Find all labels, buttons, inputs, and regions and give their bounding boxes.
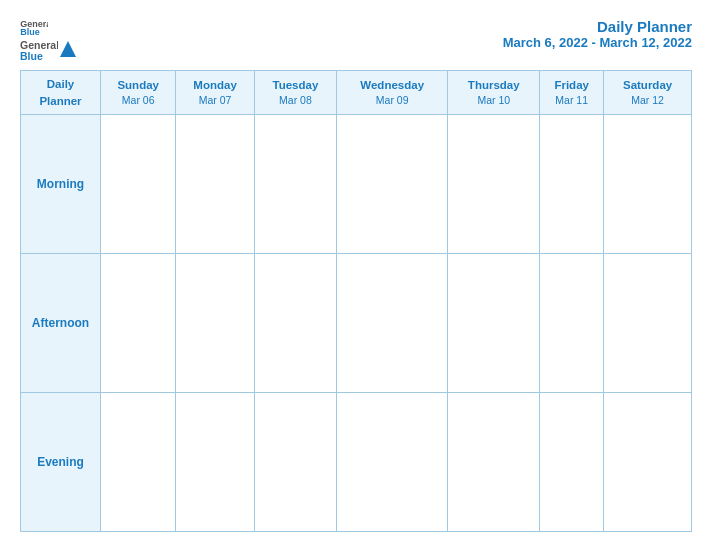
svg-text:Blue: Blue [20, 50, 43, 60]
cell-evening-sunday[interactable] [101, 393, 176, 532]
cell-morning-tuesday[interactable] [254, 115, 336, 254]
table-header-row: Daily Planner Sunday Mar 06 Monday Mar 0… [21, 71, 692, 115]
col-header-tuesday: Tuesday Mar 08 [254, 71, 336, 115]
col-header-friday: Friday Mar 11 [540, 71, 604, 115]
logo-icon: General Blue [20, 18, 48, 36]
row-label-morning: Morning [21, 115, 101, 254]
col-header-sunday: Sunday Mar 06 [101, 71, 176, 115]
row-label-afternoon: Afternoon [21, 254, 101, 393]
logo-triangle-icon [60, 41, 76, 57]
table-row-morning: Morning [21, 115, 692, 254]
title-area: Daily Planner March 6, 2022 - March 12, … [503, 18, 692, 50]
cell-afternoon-wednesday[interactable] [337, 254, 448, 393]
generalblue-logo-svg: General Blue [20, 38, 58, 60]
cell-morning-monday[interactable] [176, 115, 254, 254]
col-header-wednesday: Wednesday Mar 09 [337, 71, 448, 115]
cell-evening-wednesday[interactable] [337, 393, 448, 532]
col-header-thursday: Thursday Mar 10 [448, 71, 540, 115]
cell-afternoon-monday[interactable] [176, 254, 254, 393]
cell-morning-saturday[interactable] [604, 115, 692, 254]
planner-table: Daily Planner Sunday Mar 06 Monday Mar 0… [20, 70, 692, 532]
row-label-evening: Evening [21, 393, 101, 532]
cell-evening-tuesday[interactable] [254, 393, 336, 532]
cell-evening-monday[interactable] [176, 393, 254, 532]
logo-area: General Blue General Blue [20, 18, 76, 60]
col-label-planner: Planner [23, 93, 98, 109]
col-header-planner: Daily Planner [21, 71, 101, 115]
cell-afternoon-tuesday[interactable] [254, 254, 336, 393]
cell-afternoon-sunday[interactable] [101, 254, 176, 393]
planner-subtitle: March 6, 2022 - March 12, 2022 [503, 35, 692, 50]
col-header-monday: Monday Mar 07 [176, 71, 254, 115]
cell-evening-thursday[interactable] [448, 393, 540, 532]
cell-morning-thursday[interactable] [448, 115, 540, 254]
cell-morning-friday[interactable] [540, 115, 604, 254]
cell-afternoon-thursday[interactable] [448, 254, 540, 393]
cell-morning-sunday[interactable] [101, 115, 176, 254]
planner-title: Daily Planner [503, 18, 692, 35]
header: General Blue General Blue Daily Planner … [20, 18, 692, 60]
cell-afternoon-friday[interactable] [540, 254, 604, 393]
cell-morning-wednesday[interactable] [337, 115, 448, 254]
cell-evening-friday[interactable] [540, 393, 604, 532]
svg-text:Blue: Blue [20, 27, 40, 36]
cell-afternoon-saturday[interactable] [604, 254, 692, 393]
cell-evening-saturday[interactable] [604, 393, 692, 532]
col-header-saturday: Saturday Mar 12 [604, 71, 692, 115]
table-row-evening: Evening [21, 393, 692, 532]
table-row-afternoon: Afternoon [21, 254, 692, 393]
svg-marker-4 [60, 41, 76, 57]
page: General Blue General Blue Daily Planner … [0, 0, 712, 550]
col-label-daily: Daily [23, 76, 98, 92]
